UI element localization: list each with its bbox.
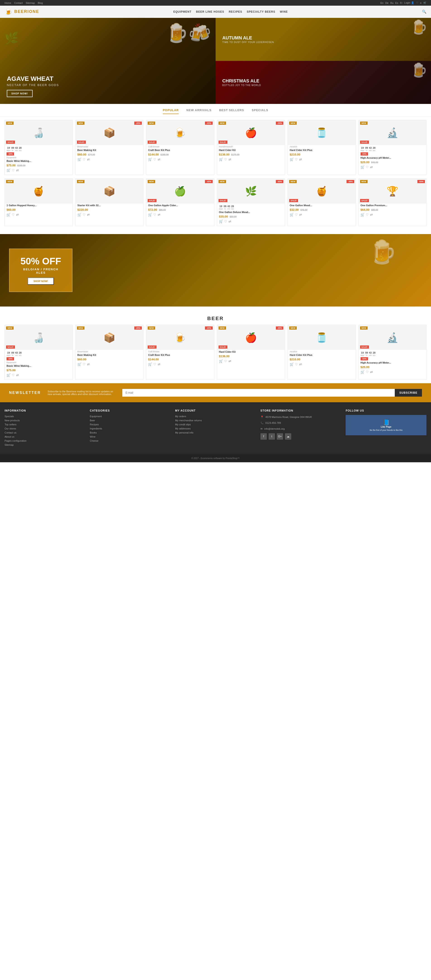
product-image[interactable]: NEW SALE! -20% 📦	[76, 120, 144, 145]
wishlist-icon[interactable]: ♡	[83, 158, 86, 161]
compare-icon[interactable]: ⇄	[87, 363, 90, 366]
footer-cat-beer[interactable]: Beer	[90, 419, 171, 422]
footer-link-contact-us[interactable]: Contact us	[5, 431, 85, 434]
product-image[interactable]: NEW 🫙	[288, 325, 356, 350]
wishlist-icon[interactable]: ♡	[12, 169, 15, 172]
logo[interactable]: 🍺 BEERIONE	[5, 8, 39, 15]
compare-icon[interactable]: ⇄	[370, 165, 373, 169]
compare-icon[interactable]: ⇄	[16, 213, 19, 216]
wishlist-icon[interactable]: ♡	[366, 165, 369, 169]
footer-my-credit-slips[interactable]: My credit slips	[175, 423, 256, 426]
lang-ru[interactable]: Ru	[390, 2, 393, 4]
add-to-cart-icon[interactable]: 🛒	[361, 165, 364, 169]
lang-de[interactable]: De	[385, 2, 388, 4]
promo-shop-btn[interactable]: SHOP NOW!	[28, 278, 54, 285]
product-image[interactable]: NEW SALE! -60% 🌿	[217, 178, 285, 204]
product-name[interactable]: Beer Making Kit	[76, 148, 144, 152]
compare-icon[interactable]: ⇄	[16, 373, 19, 377]
compare-icon[interactable]: ⇄	[370, 370, 373, 374]
add-to-cart-icon[interactable]: 🛒	[6, 373, 10, 377]
social-rss[interactable]: ☁	[285, 433, 291, 440]
wishlist-icon[interactable]: ♡	[224, 220, 227, 223]
product-image[interactable]: NEW SALE! -20% 🍺	[146, 120, 214, 145]
compare-icon[interactable]: ⇄	[370, 213, 373, 216]
footer-link-specials[interactable]: Specials	[5, 415, 85, 418]
product-name[interactable]: Basic Wine Making...	[5, 159, 72, 163]
footer-cat-cheese[interactable]: Cheese	[90, 439, 171, 442]
social-twitter[interactable]: t	[268, 433, 275, 440]
product-name[interactable]: Beer Making Kit	[76, 353, 144, 357]
product-image[interactable]: NEW SALE! -50% 🏆	[359, 178, 426, 204]
add-to-cart-icon[interactable]: 🛒	[148, 158, 152, 161]
compare-icon[interactable]: ⇄	[299, 213, 302, 216]
product-image[interactable]: NEW -20% 📦	[76, 325, 144, 350]
nav-recipes[interactable]: Recipes	[229, 10, 242, 13]
add-to-cart-icon[interactable]: 🛒	[290, 213, 294, 216]
product-name[interactable]: One Gallon Mead...	[288, 204, 356, 208]
product-image[interactable]: NEW SALE! 🍶	[5, 325, 72, 350]
compare-icon[interactable]: ⇄	[299, 363, 302, 366]
facebook-widget[interactable]: 📘 Like Page Be the first of your friends…	[346, 415, 426, 435]
product-name[interactable]: One Gallon Premium...	[359, 204, 426, 208]
product-name[interactable]: Hard Cider Kit	[217, 350, 285, 354]
product-image[interactable]: NEW 🍯	[5, 178, 72, 204]
compare-icon[interactable]: ⇄	[228, 359, 231, 363]
product-name[interactable]: Starter Kit with 32...	[76, 204, 144, 208]
cart-icon[interactable]: 🛒	[423, 2, 426, 4]
newsletter-subscribe-btn[interactable]: SUBSCRIBE	[395, 389, 422, 397]
product-image[interactable]: NEW 🫙	[288, 120, 356, 145]
add-to-cart-icon[interactable]: 🛒	[361, 370, 364, 374]
nav-sitemap[interactable]: Sitemap	[26, 2, 35, 4]
product-name[interactable]: Craft Beer Kit Plus	[146, 148, 214, 152]
add-to-cart-icon[interactable]: 🛒	[219, 359, 223, 363]
add-to-cart-icon[interactable]: 🛒	[77, 158, 81, 161]
footer-link-our-stores[interactable]: Our stores	[5, 427, 85, 430]
product-image[interactable]: NEW SALE! -20% 🍎	[217, 325, 285, 350]
wishlist-icon[interactable]: ♡	[416, 2, 418, 4]
lang-en[interactable]: En	[380, 2, 383, 4]
wishlist-icon[interactable]: ♡	[224, 359, 227, 363]
footer-link-about-us[interactable]: About us	[5, 435, 85, 438]
footer-cat-recipes[interactable]: Recipes	[90, 423, 171, 426]
compare-icon[interactable]: ⇄	[228, 158, 231, 161]
newsletter-email-input[interactable]	[122, 389, 395, 397]
lang-es[interactable]: Es	[395, 2, 398, 4]
footer-link-sitemap[interactable]: Sitemap	[5, 444, 85, 446]
add-to-cart-icon[interactable]: 🛒	[290, 158, 294, 161]
product-name[interactable]: Hard Cider Kit	[217, 148, 285, 152]
wishlist-icon[interactable]: ♡	[153, 213, 156, 216]
login-link[interactable]: Login 👤	[404, 2, 414, 4]
product-image[interactable]: NEW SALE! 🍶	[5, 120, 72, 145]
product-name[interactable]: One Gallon Deluxe Mead...	[217, 210, 285, 215]
compare-icon[interactable]: ⇄	[228, 220, 231, 223]
wishlist-icon[interactable]: ♡	[295, 363, 298, 366]
wishlist-icon[interactable]: ♡	[224, 158, 227, 161]
product-image[interactable]: NEW SALE! -38% 🍯	[288, 178, 356, 204]
add-to-cart-icon[interactable]: 🛒	[148, 363, 152, 366]
product-image[interactable]: NEW SALE! -20% 🍎	[217, 120, 285, 145]
compare-icon[interactable]: ⇄	[158, 213, 160, 216]
footer-my-addresses[interactable]: My addresses	[175, 427, 256, 430]
add-to-cart-icon[interactable]: 🛒	[290, 363, 294, 366]
nav-contact[interactable]: Contact	[14, 2, 22, 4]
add-to-cart-icon[interactable]: 🛒	[77, 213, 81, 216]
nav-equipment[interactable]: Equipment	[173, 10, 192, 13]
add-to-cart-icon[interactable]: 🛒	[148, 213, 152, 216]
add-to-cart-icon[interactable]: 🛒	[6, 213, 10, 216]
tab-new-arrivals[interactable]: NEW ARRIVALS	[187, 108, 212, 114]
tab-popular[interactable]: POPULAR	[163, 108, 179, 114]
search-icon[interactable]: 🔍	[422, 10, 426, 14]
footer-my-returns[interactable]: My merchandise returns	[175, 419, 256, 422]
wishlist-icon[interactable]: ♡	[83, 213, 86, 216]
nav-blog[interactable]: Blog	[38, 2, 43, 4]
wishlist-icon[interactable]: ♡	[83, 363, 86, 366]
product-image[interactable]: NEW SALE! -40% 🍏	[146, 178, 214, 204]
footer-cat-wine[interactable]: Wine	[90, 435, 171, 438]
wishlist-icon[interactable]: ♡	[295, 158, 298, 161]
compare-icon[interactable]: ⇄	[158, 363, 160, 366]
footer-link-pages-config[interactable]: Pages configuration	[5, 439, 85, 442]
wishlist-icon[interactable]: ♡	[153, 363, 156, 366]
add-to-cart-icon[interactable]: 🛒	[219, 158, 223, 161]
wishlist-icon[interactable]: ♡	[295, 213, 298, 216]
product-name[interactable]: Basic Wine Making...	[5, 364, 72, 368]
